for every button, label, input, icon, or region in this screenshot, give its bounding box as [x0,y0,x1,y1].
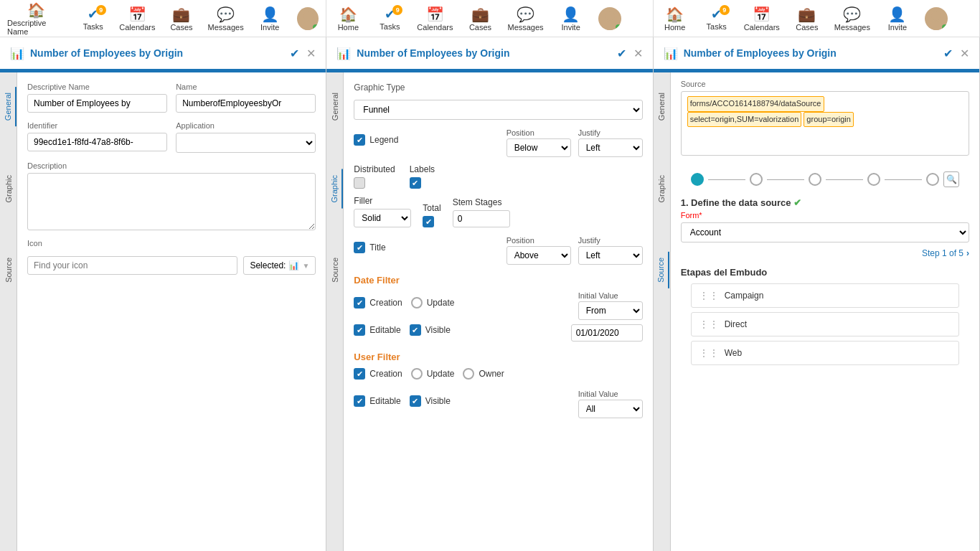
justify-label: Justify [578,128,643,137]
justify-select[interactable]: Left [578,138,643,157]
total-label: Total [423,203,440,213]
drag-handle-web[interactable]: ⋮⋮ [699,347,719,359]
nav-messages-1[interactable]: 💬 Messages [209,6,242,32]
editable-checkbox[interactable]: ✔ [354,324,365,336]
nav-home-2[interactable]: 🏠 Home [334,6,362,32]
title-position-select[interactable]: Above [507,246,571,265]
confirm-button-general[interactable]: ✔ [290,47,299,60]
online-status-1 [313,24,319,30]
user-filter-title: User Filter [354,352,642,362]
step-3-circle [809,173,821,186]
distributed-checkbox[interactable] [354,177,365,189]
nav-calendars-3[interactable]: 📅 Calendars [744,6,780,32]
drag-handle-campaign[interactable]: ⋮⋮ [699,290,719,301]
filler-select[interactable]: Solid [354,209,411,227]
tab-general-graphic[interactable]: General [328,87,342,126]
application-select[interactable] [176,133,316,153]
form-account-select[interactable]: Account [681,222,969,242]
icon-search-input[interactable] [27,256,237,275]
nav-calendars-2[interactable]: 📅 Calendars [417,6,453,32]
step-nav-row[interactable]: Step 1 of 5 › [681,248,969,258]
nav-invite-3[interactable]: 👤 Invite [883,6,912,32]
nav-cases-label-2: Cases [469,23,491,32]
chart-icon-general: 📊 [10,47,24,60]
date-value-input[interactable] [571,324,643,342]
tab-general-source[interactable]: General [654,87,669,126]
tab-graphic-source[interactable]: Graphic [654,169,669,209]
nav-calendars-1[interactable]: 📅 Calendars [121,6,154,32]
user-editable-label: Editable [369,396,400,406]
icon-dropdown-arrow[interactable]: ▼ [302,262,309,270]
panel-header-general: 📊 Number of Employees by Origin ✔ ✕ [0,37,326,70]
side-tabs-source: General Graphic Source [654,72,671,551]
main-content: 📊 Number of Employees by Origin ✔ ✕ Gene… [0,37,980,551]
user-initial-value-label: Initial Value [578,390,643,398]
close-button-general[interactable]: ✕ [306,47,316,60]
step-line-3 [826,179,863,180]
nav-invite-2[interactable]: 👤 Invite [557,6,585,32]
side-tabs-graphic: General Graphic Source [326,72,344,551]
nav-messages-label-1: Messages [208,23,244,32]
icon-label: Icon [27,239,316,248]
stem-stages-input[interactable] [453,210,510,227]
tab-general-general[interactable]: General [1,87,17,126]
user-update-radio[interactable] [411,368,423,380]
descriptive-name-input[interactable] [27,94,167,113]
name-input[interactable] [176,94,316,113]
user-avatar-1[interactable] [297,7,319,30]
user-owner-radio[interactable] [463,368,474,380]
identifier-group: Identifier [27,121,167,153]
title-checkbox[interactable]: ✔ [354,242,365,253]
tab-source-graphic[interactable]: Source [328,252,342,288]
title-justify-select[interactable]: Left [578,246,643,265]
description-textarea[interactable] [27,173,316,230]
graphic-type-select[interactable]: Funnel [354,100,642,120]
step-2-circle [750,173,763,186]
nav-tasks-3[interactable]: ✔ 9 Tasks [702,6,731,31]
chart-icon-source: 📊 [664,47,678,60]
source-group: Source forms/ACCO1614188794/dataSource s… [681,80,969,156]
visible-checkbox[interactable]: ✔ [410,324,421,336]
legend-checkbox[interactable]: ✔ [354,134,365,146]
source-textarea[interactable]: forms/ACCO1614188794/dataSource select=o… [681,91,969,156]
user-editable-checkbox[interactable]: ✔ [354,395,365,407]
nav-invite-1[interactable]: 👤 Invite [255,6,284,32]
date-filter-options-row: ✔ Editable ✔ Visible [354,324,642,342]
close-button-source[interactable]: ✕ [960,47,969,60]
panel-actions-graphic: ✔ ✕ [617,47,643,60]
date-creation-checkbox[interactable]: ✔ [354,297,365,309]
nav-home-1[interactable]: 🏠 Descriptive Name [7,1,66,36]
user-initial-value-select[interactable]: All [578,400,643,418]
identifier-input[interactable] [27,133,167,151]
initial-value-select[interactable]: From [578,301,643,320]
nav-home-3[interactable]: 🏠 Home [661,6,689,32]
step-search-button[interactable]: 🔍 [943,171,959,187]
position-select[interactable]: Below [507,138,571,157]
confirm-button-graphic[interactable]: ✔ [617,47,626,60]
tab-graphic-general[interactable]: Graphic [1,169,16,209]
nav-cases-2[interactable]: 💼 Cases [466,6,494,32]
confirm-button-source[interactable]: ✔ [943,47,953,60]
close-button-graphic[interactable]: ✕ [633,47,643,60]
total-checkbox[interactable]: ✔ [423,216,434,227]
nav-cases-label-1: Cases [170,23,192,32]
drag-handle-direct[interactable]: ⋮⋮ [699,319,719,330]
user-avatar-2[interactable] [598,7,621,30]
user-visible-checkbox[interactable]: ✔ [410,395,421,407]
tab-source-source[interactable]: Source [654,252,669,288]
nav-messages-3[interactable]: 💬 Messages [834,6,870,32]
nav-cases-1[interactable]: 💼 Cases [167,6,196,32]
user-creation-checkbox[interactable]: ✔ [354,368,365,380]
filler-group: Filler Solid [354,196,411,227]
tab-graphic-graphic[interactable]: Graphic [327,169,343,209]
nav-calendars-label-1: Calendars [119,23,155,32]
visible-group: ✔ Visible [410,324,451,336]
nav-tasks-1[interactable]: ✔ 9 Tasks [79,6,108,31]
date-update-radio[interactable] [411,297,423,309]
labels-checkbox[interactable]: ✔ [410,177,421,189]
user-avatar-3[interactable] [925,7,948,30]
nav-messages-2[interactable]: 💬 Messages [507,6,543,32]
nav-tasks-2[interactable]: ✔ 9 Tasks [375,6,404,31]
nav-cases-3[interactable]: 💼 Cases [793,6,821,32]
tab-source-general[interactable]: Source [1,252,16,288]
